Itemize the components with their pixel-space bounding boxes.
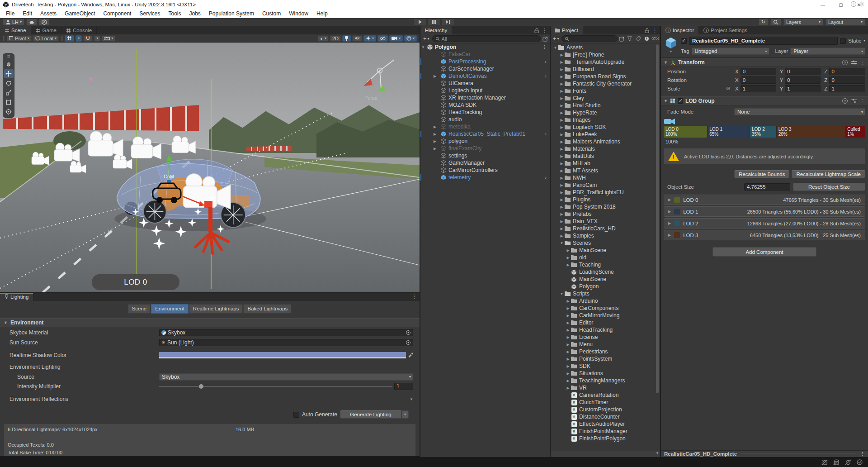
lod-segment[interactable]: LOD 1 65% [708, 126, 750, 138]
expander-icon[interactable] [566, 372, 571, 376]
expander-icon[interactable] [553, 46, 558, 50]
project-item[interactable]: FinishPointManager [551, 428, 660, 435]
lod-detail-row[interactable]: ▶ LOD 1 26500 Triangles (55,60% LOD0) - … [664, 206, 865, 217]
perspective-label[interactable]: Persp [364, 95, 377, 100]
fold-icon[interactable]: ▶ [668, 233, 671, 237]
pivot-toggle[interactable]: Pivot▾ [6, 35, 31, 42]
expander-icon[interactable] [559, 212, 564, 216]
create-object-button[interactable]: +▾ [422, 35, 430, 42]
expander-icon[interactable] [566, 364, 571, 368]
object-name-field[interactable]: RealisticCar05_HD_Complete [689, 37, 838, 45]
lighting-tab[interactable]: Lighting [0, 293, 33, 301]
header-expand-caret[interactable]: ▾ [670, 50, 672, 53]
help-icon[interactable]: ? [851, 1, 856, 7]
active-checkbox[interactable] [681, 38, 687, 44]
hierarchy-item[interactable]: CarMirrorControllers › [420, 167, 550, 174]
expander-icon[interactable] [559, 111, 564, 115]
unimported-assets-icon[interactable] [643, 36, 650, 41]
x-value-field[interactable]: 1 [741, 85, 776, 92]
lod-detail-row[interactable]: ▶ LOD 2 12868 Triangles (27,00% LOD0) - … [664, 218, 865, 229]
add-component-button[interactable]: Add Component [712, 248, 816, 257]
project-item[interactable]: Images [551, 116, 660, 124]
project-item[interactable]: LoadingScene [551, 268, 660, 276]
tag-dropdown[interactable]: Untagged [692, 48, 769, 55]
recalculate-lightmap-button[interactable]: Recalculate Lightmap Scale [792, 170, 865, 178]
search-button[interactable] [770, 19, 781, 25]
project-item[interactable]: LukePeek [551, 131, 660, 138]
help-icon[interactable]: ? [842, 98, 848, 104]
expander-icon[interactable] [559, 191, 564, 195]
presets-icon[interactable] [851, 60, 857, 65]
play-button[interactable] [413, 19, 427, 25]
prefab-open-arrow[interactable]: › [545, 73, 550, 79]
project-item[interactable]: License [551, 334, 660, 341]
effects-dropdown[interactable]: ▾ [363, 35, 376, 42]
environment-section-header[interactable]: ▼Environment [0, 318, 420, 327]
project-item[interactable]: Scenes [551, 239, 660, 247]
orientation-gizmo[interactable] [363, 60, 394, 91]
project-item[interactable]: Billboard [551, 66, 660, 73]
project-item[interactable]: PanoCam [551, 181, 660, 189]
project-item[interactable]: MattUtils [551, 152, 660, 160]
fold-icon[interactable]: ▶ [668, 198, 671, 202]
hierarchy-item[interactable]: FalseCar › [420, 51, 550, 58]
expander-icon[interactable] [559, 205, 564, 209]
expander-icon[interactable] [559, 125, 564, 129]
expander-icon[interactable] [559, 118, 564, 122]
eyedropper-icon[interactable] [408, 353, 413, 358]
expander-icon[interactable] [559, 60, 564, 64]
toolbar-grip[interactable]: || [2, 36, 5, 41]
layers-dropdown[interactable]: Layers▾ [783, 19, 823, 25]
expander-icon[interactable] [559, 234, 564, 238]
prefab-open-arrow[interactable]: › [545, 59, 550, 64]
grid-axis-dropdown[interactable]: ▾ [75, 35, 82, 42]
debugger-disabled-icon[interactable] [821, 459, 828, 465]
project-item[interactable]: Pop System 2018 [551, 203, 660, 210]
project-item[interactable]: Scripts [551, 290, 660, 297]
prefab-open-arrow[interactable]: › [545, 131, 550, 137]
scroll-down-arrow[interactable]: ▼ [410, 397, 413, 401]
project-item[interactable]: Plugins [551, 196, 660, 203]
sun-source-field[interactable]: ☀ Sun (Light) [159, 339, 413, 346]
lod-camera-icon[interactable] [664, 118, 676, 125]
project-item[interactable]: _TerrainAutoUpgrade [551, 58, 660, 66]
project-item[interactable]: CarMirrorMoving [551, 312, 660, 319]
hierarchy-tab[interactable]: Hierarchy [420, 26, 452, 34]
menu-item[interactable]: Population System [205, 9, 258, 18]
panel-menu-icon[interactable]: ⋮ [542, 28, 547, 33]
project-item[interactable]: Samples [551, 232, 660, 239]
shadow-color-swatch[interactable] [159, 352, 406, 358]
expander-icon[interactable] [432, 139, 438, 143]
project-item[interactable]: Pedestrians [551, 348, 660, 355]
expander-icon[interactable] [559, 89, 564, 93]
menu-item[interactable]: Custom [258, 9, 285, 18]
project-item[interactable]: EffectsAudioPlayer [551, 420, 660, 428]
expander-icon[interactable] [566, 248, 571, 253]
expander-icon[interactable] [566, 306, 571, 310]
expander-icon[interactable] [432, 74, 438, 78]
lod-segment[interactable]: Culled 1% [845, 126, 865, 138]
lighting-subtab[interactable]: Environment [151, 304, 189, 314]
account-button[interactable]: LH▾ [3, 19, 24, 25]
hierarchy-item[interactable]: RealisticCar05_Static_Prefab01 › [420, 130, 550, 138]
object-picker-icon[interactable] [406, 330, 411, 335]
menu-item[interactable]: Edit [19, 9, 36, 18]
fold-icon[interactable]: ▶ [668, 210, 671, 214]
menu-item[interactable]: Services [135, 9, 164, 18]
expander-icon[interactable] [566, 357, 571, 361]
gizmos-dropdown[interactable]: ▾ [404, 35, 417, 42]
component-enabled-checkbox[interactable] [678, 98, 683, 104]
maximize-button[interactable]: ▢ [832, 0, 850, 9]
project-item[interactable]: [Free] Phone [551, 51, 660, 58]
object-picker-icon[interactable] [406, 340, 411, 345]
project-item[interactable]: Fonts [551, 87, 660, 95]
expander-icon[interactable] [566, 299, 571, 303]
collab-button[interactable] [39, 19, 50, 25]
toolbar-grip[interactable]: || [60, 36, 63, 41]
intensity-value-field[interactable]: 1 [394, 383, 413, 390]
menu-item[interactable]: GameObject [61, 9, 99, 18]
recalculate-bounds-button[interactable]: Recalculate Bounds [734, 170, 789, 178]
expander-icon[interactable] [566, 256, 571, 260]
project-item[interactable]: Editor [551, 319, 660, 326]
create-asset-button[interactable]: +▾ [552, 35, 560, 42]
